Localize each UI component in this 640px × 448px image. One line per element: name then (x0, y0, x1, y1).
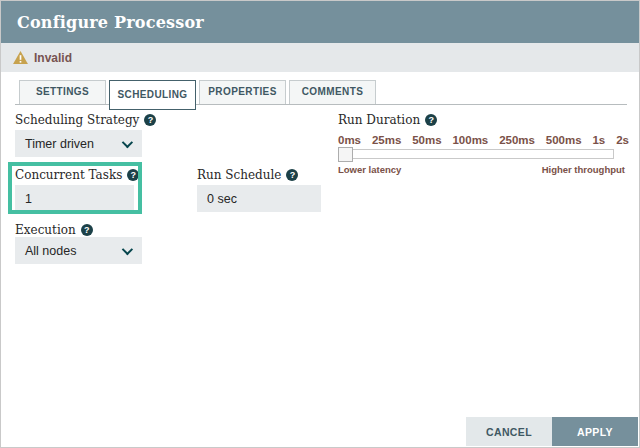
tick-label: 250ms (499, 134, 535, 146)
chevron-down-icon (122, 136, 133, 147)
scheduling-strategy-value: Timer driven (25, 137, 94, 151)
execution-dropdown[interactable]: All nodes (15, 237, 142, 264)
warning-icon (13, 51, 28, 64)
run-duration-ticks: 0ms 25ms 50ms 100ms 250ms 500ms 1s 2s (338, 134, 629, 146)
run-duration-label: Run Duration (338, 113, 437, 127)
tick-label: 100ms (452, 134, 488, 146)
tick-label: 500ms (546, 134, 582, 146)
help-icon[interactable] (81, 224, 93, 236)
tick-label: 25ms (372, 134, 401, 146)
run-schedule-input[interactable] (197, 185, 321, 212)
help-icon[interactable] (144, 114, 156, 126)
chevron-down-icon (122, 243, 133, 254)
tick-label: 50ms (412, 134, 441, 146)
concurrent-tasks-input[interactable] (15, 185, 134, 212)
dialog-header: Configure Processor (1, 1, 639, 43)
run-schedule-label: Run Schedule (197, 168, 298, 182)
tab-scheduling[interactable]: SCHEDULING (109, 80, 196, 110)
status-bar: Invalid (1, 43, 639, 72)
concurrent-tasks-label: Concurrent Tasks (15, 168, 139, 182)
execution-label: Execution (15, 223, 93, 237)
scheduling-strategy-label: Scheduling Strategy (15, 113, 156, 127)
help-icon[interactable] (425, 114, 437, 126)
footer-buttons: CANCEL APPLY (466, 417, 638, 446)
tab-properties[interactable]: PROPERTIES (199, 80, 286, 104)
help-icon[interactable] (127, 169, 139, 181)
tab-bar: SETTINGS SCHEDULING PROPERTIES COMMENTS (15, 80, 627, 105)
tick-label: 0ms (338, 134, 361, 146)
higher-throughput-caption: Higher throughput (542, 164, 625, 175)
cancel-button[interactable]: CANCEL (466, 417, 552, 446)
configure-processor-dialog: { "dialog": { "title": "Configure Proces… (0, 0, 640, 448)
lower-latency-caption: Lower latency (338, 164, 401, 175)
execution-value: All nodes (25, 244, 76, 258)
status-badge: Invalid (34, 51, 72, 65)
apply-button[interactable]: APPLY (552, 417, 638, 446)
dialog-title: Configure Processor (17, 13, 204, 32)
run-duration-slider-handle[interactable] (338, 147, 353, 162)
scheduling-strategy-dropdown[interactable]: Timer driven (15, 130, 142, 157)
tab-settings[interactable]: SETTINGS (19, 80, 106, 104)
help-icon[interactable] (286, 169, 298, 181)
tick-label: 2s (616, 134, 629, 146)
tab-comments[interactable]: COMMENTS (289, 80, 376, 104)
tick-label: 1s (592, 134, 605, 146)
run-duration-slider-track[interactable] (338, 149, 614, 159)
